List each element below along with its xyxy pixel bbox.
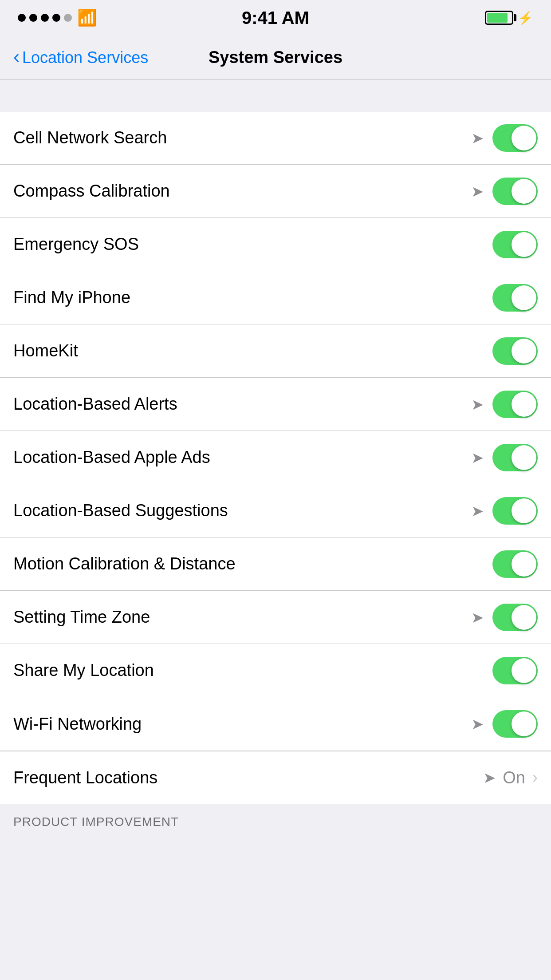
section-footer-product: PRODUCT IMPROVEMENT: [0, 804, 551, 836]
toggle-wifi-networking[interactable]: [492, 710, 538, 738]
signal-dot-1: [18, 14, 26, 22]
battery-fill: [487, 13, 508, 23]
label-location-based-suggestions: Location-Based Suggestions: [13, 501, 228, 520]
toggle-knob-location-based-alerts: [512, 392, 536, 417]
bolt-icon: ⚡: [518, 11, 533, 25]
toggle-homekit[interactable]: [492, 337, 538, 365]
frequent-locations-value: On: [503, 768, 525, 787]
right-motion-calibration: [492, 550, 538, 578]
toggle-knob-homekit: [512, 339, 536, 364]
settings-group-main: Cell Network Search➤Compass Calibration➤…: [0, 111, 551, 751]
signal-dot-5: [64, 14, 72, 22]
location-arrow-icon-setting-time-zone: ➤: [471, 609, 484, 626]
location-arrow-icon-location-based-suggestions: ➤: [471, 502, 484, 520]
section-spacer: [0, 80, 551, 111]
toggle-knob-find-my-iphone: [512, 285, 536, 310]
frequent-locations-row[interactable]: Frequent Locations ➤ On ›: [0, 751, 551, 804]
right-location-based-apple-ads: ➤: [471, 444, 538, 471]
section-footer-label: PRODUCT IMPROVEMENT: [13, 815, 179, 829]
settings-item-share-my-location[interactable]: Share My Location: [0, 644, 551, 697]
label-location-based-alerts: Location-Based Alerts: [13, 395, 177, 414]
label-cell-network-search: Cell Network Search: [13, 128, 167, 147]
location-arrow-icon-compass-calibration: ➤: [471, 182, 484, 200]
label-wifi-networking: Wi-Fi Networking: [13, 715, 142, 734]
label-setting-time-zone: Setting Time Zone: [13, 608, 150, 627]
toggle-knob-emergency-sos: [512, 232, 536, 257]
back-button[interactable]: ‹ Location Services: [13, 48, 148, 67]
settings-item-location-based-apple-ads[interactable]: Location-Based Apple Ads➤: [0, 431, 551, 484]
toggle-knob-location-based-apple-ads: [512, 445, 536, 470]
wifi-icon: 📶: [77, 10, 97, 26]
toggle-emergency-sos[interactable]: [492, 231, 538, 258]
toggle-knob-motion-calibration: [512, 552, 536, 577]
label-location-based-apple-ads: Location-Based Apple Ads: [13, 448, 210, 467]
label-emergency-sos: Emergency SOS: [13, 235, 139, 254]
signal-dot-2: [29, 14, 37, 22]
battery-icon: [485, 11, 513, 25]
toggle-location-based-alerts[interactable]: [492, 391, 538, 418]
signal-dots: [18, 14, 72, 22]
page-title: System Services: [209, 48, 342, 67]
frequent-location-arrow-icon: ➤: [483, 769, 496, 786]
toggle-knob-setting-time-zone: [512, 605, 536, 630]
frequent-locations-label: Frequent Locations: [13, 768, 157, 787]
toggle-compass-calibration[interactable]: [492, 178, 538, 205]
toggle-location-based-apple-ads[interactable]: [492, 444, 538, 471]
right-compass-calibration: ➤: [471, 178, 538, 205]
settings-item-setting-time-zone[interactable]: Setting Time Zone➤: [0, 591, 551, 644]
signal-dot-3: [41, 14, 49, 22]
right-homekit: [492, 337, 538, 365]
status-left: 📶: [18, 10, 97, 26]
location-arrow-icon-location-based-apple-ads: ➤: [471, 449, 484, 466]
right-find-my-iphone: [492, 284, 538, 312]
settings-item-find-my-iphone[interactable]: Find My iPhone: [0, 271, 551, 324]
settings-item-motion-calibration[interactable]: Motion Calibration & Distance: [0, 537, 551, 591]
status-bar: 📶 9:41 AM ⚡: [0, 0, 551, 36]
label-find-my-iphone: Find My iPhone: [13, 288, 130, 307]
right-location-based-alerts: ➤: [471, 391, 538, 418]
label-share-my-location: Share My Location: [13, 661, 154, 680]
right-setting-time-zone: ➤: [471, 604, 538, 631]
location-arrow-icon-cell-network-search: ➤: [471, 129, 484, 147]
label-homekit: HomeKit: [13, 341, 78, 360]
status-right: ⚡: [485, 11, 533, 25]
right-emergency-sos: [492, 231, 538, 258]
status-time: 9:41 AM: [242, 8, 309, 28]
right-share-my-location: [492, 657, 538, 684]
back-chevron-icon: ‹: [13, 47, 20, 66]
frequent-locations-chevron-icon: ›: [532, 768, 538, 787]
toggle-cell-network-search[interactable]: [492, 124, 538, 152]
location-arrow-icon-location-based-alerts: ➤: [471, 395, 484, 413]
toggle-knob-compass-calibration: [512, 179, 536, 204]
right-cell-network-search: ➤: [471, 124, 538, 152]
toggle-setting-time-zone[interactable]: [492, 604, 538, 631]
label-compass-calibration: Compass Calibration: [13, 182, 170, 201]
settings-item-emergency-sos[interactable]: Emergency SOS: [0, 218, 551, 271]
settings-item-location-based-alerts[interactable]: Location-Based Alerts➤: [0, 378, 551, 431]
toggle-share-my-location[interactable]: [492, 657, 538, 684]
label-motion-calibration: Motion Calibration & Distance: [13, 554, 236, 573]
right-location-based-suggestions: ➤: [471, 497, 538, 525]
location-arrow-icon-wifi-networking: ➤: [471, 715, 484, 733]
toggle-knob-location-based-suggestions: [512, 498, 536, 523]
settings-item-compass-calibration[interactable]: Compass Calibration➤: [0, 165, 551, 218]
settings-item-cell-network-search[interactable]: Cell Network Search➤: [0, 111, 551, 165]
settings-item-wifi-networking[interactable]: Wi-Fi Networking➤: [0, 697, 551, 751]
right-wifi-networking: ➤: [471, 710, 538, 738]
toggle-knob-cell-network-search: [512, 126, 536, 150]
frequent-locations-right: ➤ On ›: [483, 768, 538, 787]
toggle-knob-share-my-location: [512, 658, 536, 683]
signal-dot-4: [52, 14, 60, 22]
toggle-knob-wifi-networking: [512, 711, 536, 736]
toggle-location-based-suggestions[interactable]: [492, 497, 538, 525]
settings-item-location-based-suggestions[interactable]: Location-Based Suggestions➤: [0, 484, 551, 537]
nav-header: ‹ Location Services System Services: [0, 36, 551, 80]
back-label: Location Services: [22, 48, 148, 67]
toggle-motion-calibration[interactable]: [492, 550, 538, 578]
toggle-find-my-iphone[interactable]: [492, 284, 538, 312]
settings-item-homekit[interactable]: HomeKit: [0, 324, 551, 378]
